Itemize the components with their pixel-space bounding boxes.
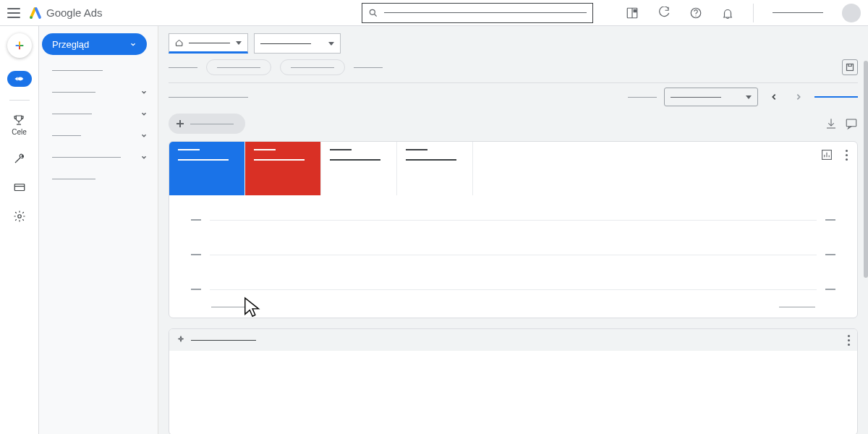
create-button[interactable] (7, 33, 32, 58)
scrollbar-thumb[interactable] (864, 61, 868, 278)
scope-selector-row (158, 26, 868, 54)
ads-logo-icon (29, 7, 42, 20)
top-bar: Google Ads (0, 0, 868, 26)
scorecard-1[interactable] (169, 142, 245, 195)
date-label (628, 97, 657, 98)
nav-item-6[interactable] (39, 168, 158, 190)
svg-point-0 (30, 16, 33, 19)
insights-card-header (169, 329, 857, 351)
svg-point-16 (17, 215, 21, 218)
nav-item-1[interactable] (39, 59, 158, 81)
add-card-button[interactable] (169, 114, 245, 134)
scorecard-4[interactable] (397, 142, 473, 195)
appearance-icon[interactable] (626, 7, 639, 20)
expand-chart-icon[interactable] (821, 149, 833, 161)
subheader-row (158, 83, 868, 111)
svg-rect-21 (846, 119, 856, 127)
search-placeholder (384, 12, 587, 13)
tools-icon (13, 152, 26, 165)
nav-item-2[interactable] (39, 81, 158, 103)
rail-item-admin[interactable] (13, 210, 26, 223)
main-content (158, 26, 868, 434)
nav-active-overview[interactable]: Przegląd (42, 33, 147, 55)
notifications-icon[interactable] (721, 7, 734, 20)
menu-icon[interactable] (7, 8, 20, 18)
chart-area (169, 195, 857, 318)
download-icon[interactable] (825, 117, 838, 130)
x-axis-labels (191, 307, 835, 307)
scorecard-3[interactable] (321, 142, 397, 195)
gear-icon (13, 210, 26, 223)
card-action-row (821, 149, 848, 161)
save-icon (846, 63, 854, 72)
filter-chip-row (158, 54, 868, 82)
trophy-icon (12, 114, 25, 127)
nav-active-label: Przegląd (52, 39, 89, 50)
campaigns-icon[interactable] (7, 71, 32, 87)
divider (9, 100, 30, 101)
help-icon[interactable] (689, 7, 702, 20)
search-input[interactable] (362, 3, 593, 23)
active-tab-indicator[interactable] (814, 96, 858, 98)
plus-icon (176, 119, 184, 128)
search-icon (368, 8, 378, 18)
separator (753, 4, 754, 22)
product-logo[interactable]: Google Ads (29, 7, 103, 20)
rail-item-goals[interactable]: Cele (12, 114, 27, 136)
scope-account-selector[interactable] (169, 33, 248, 54)
feedback-icon[interactable] (845, 117, 858, 130)
rail-item-tools[interactable] (13, 152, 26, 165)
date-range-selector[interactable] (664, 88, 758, 106)
rail-item-label: Cele (12, 128, 27, 136)
insights-card (169, 328, 858, 434)
account-label[interactable] (773, 12, 823, 13)
chevron-down-icon (140, 88, 148, 95)
avatar[interactable] (842, 4, 861, 22)
chevron-down-icon (140, 153, 148, 161)
toolbar-row (158, 111, 868, 141)
scorecard-2[interactable] (245, 142, 321, 195)
insights-card-title (191, 340, 256, 341)
nav-item-4[interactable] (39, 124, 158, 146)
topbar-actions (626, 4, 861, 22)
product-name: Google Ads (46, 7, 103, 19)
nav-item-3[interactable] (39, 103, 158, 124)
scorecard-row (169, 142, 857, 195)
filter-chip-1[interactable] (206, 59, 271, 75)
page-subtitle (169, 97, 248, 98)
home-icon (175, 38, 183, 47)
overview-card (169, 141, 858, 318)
filter-chip-2[interactable] (280, 59, 345, 75)
svg-point-1 (370, 9, 375, 14)
save-view-button[interactable] (842, 59, 858, 75)
card-menu-icon[interactable] (846, 150, 848, 161)
svg-rect-14 (14, 184, 25, 191)
chip-label-2 (354, 67, 383, 68)
chevron-down-icon (140, 110, 148, 117)
chevron-down-icon (140, 132, 148, 139)
refresh-icon[interactable] (658, 7, 671, 20)
rail-item-billing[interactable] (13, 181, 26, 194)
chevron-down-icon (129, 41, 137, 48)
date-next-button[interactable] (790, 88, 807, 106)
card-menu-icon[interactable] (848, 335, 850, 346)
date-prev-button[interactable] (765, 88, 783, 106)
scope-campaign-selector[interactable] (254, 33, 341, 54)
left-rail: Cele (0, 26, 39, 434)
secondary-nav: Przegląd (39, 26, 158, 434)
svg-line-2 (375, 14, 377, 16)
sparkle-icon (176, 336, 185, 344)
svg-rect-17 (847, 64, 854, 71)
card-icon (13, 181, 26, 194)
chip-label-1 (169, 67, 197, 68)
nav-item-5[interactable] (39, 146, 158, 168)
svg-point-7 (695, 15, 696, 16)
svg-rect-5 (634, 9, 637, 12)
